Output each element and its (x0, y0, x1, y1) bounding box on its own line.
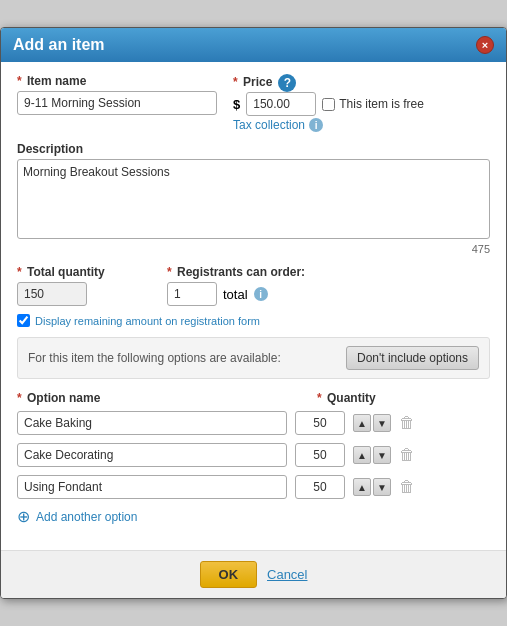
required-star-name: * (17, 74, 22, 88)
registrants-col: * Registrants can order: total i (167, 265, 490, 306)
top-section: * Item name * Price ? $ (17, 74, 490, 132)
registrants-suffix: total (223, 287, 248, 302)
options-header: * Option name * Quantity (17, 391, 490, 405)
quantity-section: * Total quantity * Registrants can order… (17, 265, 490, 306)
option-row: ▲ ▼ 🗑 (17, 411, 490, 435)
delete-icon-0[interactable]: 🗑 (399, 414, 415, 432)
free-checkbox[interactable] (322, 98, 335, 111)
description-textarea[interactable]: Morning Breakout Sessions (17, 159, 490, 239)
display-remaining-row: Display remaining amount on registration… (17, 314, 490, 327)
display-remaining-label: Display remaining amount on registration… (35, 315, 260, 327)
price-label: * Price (233, 75, 272, 89)
char-count: 475 (17, 243, 490, 255)
option-name-input-2[interactable] (17, 475, 287, 499)
delete-icon-2[interactable]: 🗑 (399, 478, 415, 496)
total-qty-input[interactable] (17, 282, 87, 306)
dialog-title: Add an item (13, 36, 105, 54)
display-remaining-checkbox[interactable] (17, 314, 30, 327)
cancel-button[interactable]: Cancel (267, 567, 307, 582)
add-item-dialog: Add an item × * Item name * Price (0, 27, 507, 599)
option-qty-input-0[interactable] (295, 411, 345, 435)
option-row: ▲ ▼ 🗑 (17, 475, 490, 499)
tax-info-icon[interactable]: i (309, 118, 323, 132)
dialog-header: Add an item × (1, 28, 506, 62)
description-section: Description Morning Breakout Sessions 47… (17, 142, 490, 255)
option-name-input-1[interactable] (17, 443, 287, 467)
add-option-link[interactable]: Add another option (36, 510, 137, 524)
registrants-input[interactable] (167, 282, 217, 306)
total-quantity-col: * Total quantity (17, 265, 147, 306)
item-name-input[interactable] (17, 91, 217, 115)
col-option-name-header: * Option name (17, 391, 317, 405)
description-label: Description (17, 142, 490, 156)
free-label-text: This item is free (339, 97, 424, 111)
stepper-up-0[interactable]: ▲ (353, 414, 371, 432)
price-col: * Price ? $ This item is free Tax collec… (233, 74, 490, 132)
stepper-down-2[interactable]: ▼ (373, 478, 391, 496)
add-option-row: ⊕ Add another option (17, 507, 490, 526)
dialog-body: * Item name * Price ? $ (1, 62, 506, 550)
stepper-up-1[interactable]: ▲ (353, 446, 371, 464)
ok-button[interactable]: OK (200, 561, 258, 588)
stepper-group-0: ▲ ▼ (353, 414, 391, 432)
item-name-label: * Item name (17, 74, 217, 88)
item-name-col: * Item name (17, 74, 217, 132)
option-qty-input-1[interactable] (295, 443, 345, 467)
option-row: ▲ ▼ 🗑 (17, 443, 490, 467)
registrants-label: * Registrants can order: (167, 265, 490, 279)
dialog-footer: OK Cancel (1, 550, 506, 598)
options-bar: For this item the following options are … (17, 337, 490, 379)
tax-row: Tax collection i (233, 118, 490, 132)
stepper-down-0[interactable]: ▼ (373, 414, 391, 432)
options-table: * Option name * Quantity ▲ ▼ 🗑 (17, 391, 490, 499)
col-quantity-header: * Quantity (317, 391, 490, 405)
dont-include-button[interactable]: Don't include options (346, 346, 479, 370)
registrants-info-icon[interactable]: i (254, 287, 268, 301)
required-star-reg: * (167, 265, 172, 279)
tax-label: Tax collection (233, 118, 305, 132)
close-button[interactable]: × (476, 36, 494, 54)
add-circle-icon: ⊕ (17, 507, 30, 526)
stepper-group-2: ▲ ▼ (353, 478, 391, 496)
option-qty-input-2[interactable] (295, 475, 345, 499)
total-qty-label: * Total quantity (17, 265, 147, 279)
options-bar-text: For this item the following options are … (28, 351, 281, 365)
option-name-input-0[interactable] (17, 411, 287, 435)
price-help-icon[interactable]: ? (278, 74, 296, 92)
delete-icon-1[interactable]: 🗑 (399, 446, 415, 464)
required-star-qty: * (17, 265, 22, 279)
stepper-down-1[interactable]: ▼ (373, 446, 391, 464)
stepper-up-2[interactable]: ▲ (353, 478, 371, 496)
registrants-row: total i (167, 282, 490, 306)
price-input[interactable] (246, 92, 316, 116)
currency-symbol: $ (233, 97, 240, 112)
price-row: $ This item is free (233, 92, 490, 116)
stepper-group-1: ▲ ▼ (353, 446, 391, 464)
free-checkbox-label[interactable]: This item is free (322, 97, 424, 111)
required-star-price: * (233, 75, 238, 89)
